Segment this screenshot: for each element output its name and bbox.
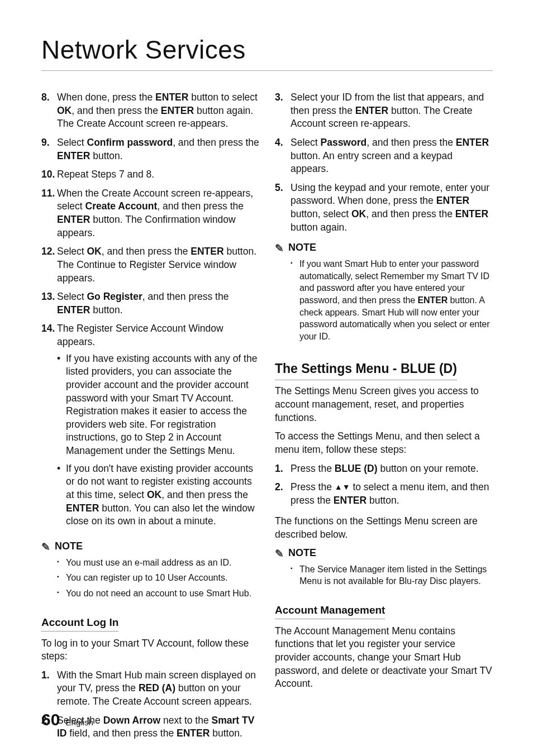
list-item: 8. When done, press the ENTER button to …: [41, 91, 259, 131]
pencil-icon: ✎: [275, 548, 284, 559]
item-number: 13.: [41, 290, 57, 317]
item-number: 11.: [41, 187, 57, 240]
list-item: 4. Select Password, and then press the E…: [275, 136, 493, 176]
note-item: The Service Manager item listed in the S…: [291, 563, 493, 587]
bullet-item: If you don't have existing provider acco…: [57, 462, 259, 528]
item-text: The Register Service Account Window appe…: [57, 322, 259, 532]
item-number: 2.: [275, 481, 291, 507]
sub-bullets: If you have existing accounts with any o…: [57, 352, 259, 528]
item-text: Press the BLUE (D) button on your remote…: [291, 462, 493, 476]
item-number: 9.: [41, 136, 57, 162]
list-item: 10. Repeat Steps 7 and 8.: [41, 168, 259, 181]
item-text: With the Smart Hub main screen displayed…: [57, 669, 259, 709]
subheading-account-login: Account Log In: [41, 616, 118, 631]
item-text: When the Create Account screen re-appear…: [57, 187, 259, 240]
note-item: You do not need an account to use Smart …: [57, 587, 259, 600]
subsection: Account Log In: [41, 609, 259, 637]
note-item: If you want Smart Hub to enter your pass…: [291, 258, 493, 342]
item-text: Select Password, and then press the ENTE…: [291, 136, 493, 176]
footer-language: English: [66, 717, 93, 727]
note-label: NOTE: [288, 547, 316, 559]
item-text: Select Confirm password, and then press …: [57, 136, 259, 162]
list-item: 14. The Register Service Account Window …: [41, 322, 259, 532]
left-ordered-list: 8. When done, press the ENTER button to …: [41, 91, 259, 533]
list-item: 13. Select Go Register, and then press t…: [41, 290, 259, 317]
paragraph: The Settings Menu Screen gives you acces…: [275, 385, 493, 424]
paragraph: The Account Management Menu contains fun…: [275, 625, 493, 691]
up-down-arrow-icon: ▲▼: [335, 482, 350, 491]
item-number: 10.: [41, 168, 57, 181]
paragraph: To access the Settings Menu, and then se…: [275, 430, 493, 456]
note-item: You must use an e-mail address as an ID.: [57, 557, 259, 569]
heading-settings-menu: The Settings Menu - BLUE (D): [275, 361, 457, 380]
pencil-icon: ✎: [41, 542, 50, 552]
note-header: ✎ NOTE: [41, 540, 259, 552]
item-text: Select Go Register, and then press the E…: [57, 290, 259, 317]
content-columns: 8. When done, press the ENTER button to …: [41, 91, 493, 748]
item-text: Using the keypad and your remote, enter …: [291, 181, 493, 235]
item-text: Select your ID from the list that appear…: [291, 91, 493, 131]
list-item: 3. Select your ID from the list that app…: [275, 91, 493, 131]
note-block: ✎ NOTE The Service Manager item listed i…: [275, 547, 493, 587]
bullet-item: If you have existing accounts with any o…: [57, 352, 259, 458]
paragraph: To log in to your Smart TV Account, foll…: [41, 637, 259, 663]
note-item: You can register up to 10 User Accounts.: [57, 572, 259, 584]
note-header: ✎ NOTE: [275, 242, 493, 253]
item-text: When done, press the ENTER button to sel…: [57, 91, 259, 131]
list-item: 5. Using the keypad and your remote, ent…: [275, 181, 493, 235]
item-number: 5.: [275, 181, 291, 235]
list-item: 2. Press the ▲▼ to select a menu item, a…: [275, 481, 493, 507]
item-text: Repeat Steps 7 and 8.: [57, 168, 259, 181]
item-number: 4.: [275, 136, 291, 176]
note-list: The Service Manager item listed in the S…: [275, 563, 493, 587]
item-text: Select OK, and then press the ENTER butt…: [57, 245, 259, 285]
list-item: 1. Press the BLUE (D) button on your rem…: [275, 462, 493, 476]
note-label: NOTE: [55, 540, 83, 552]
note-header: ✎ NOTE: [275, 547, 493, 559]
item-number: 1.: [41, 669, 57, 709]
list-item: 11. When the Create Account screen re-ap…: [41, 187, 259, 240]
right-column: 3. Select your ID from the list that app…: [275, 91, 493, 748]
left-column: 8. When done, press the ENTER button to …: [41, 91, 259, 748]
note-block: ✎ NOTE You must use an e-mail address as…: [41, 540, 259, 600]
item-number: 1.: [275, 462, 291, 476]
item-number: 14.: [41, 322, 57, 532]
page-number: 60: [41, 710, 60, 729]
subheading-account-management: Account Management: [275, 604, 385, 619]
item-text: Press the ▲▼ to select a menu item, and …: [291, 481, 493, 507]
login-steps: 1. With the Smart Hub main screen displa…: [41, 669, 259, 740]
pencil-icon: ✎: [275, 243, 284, 253]
section: The Settings Menu - BLUE (D): [275, 351, 493, 385]
list-item: 12. Select OK, and then press the ENTER …: [41, 245, 259, 285]
subsection: Account Management: [275, 596, 493, 625]
note-block: ✎ NOTE If you want Smart Hub to enter yo…: [275, 242, 493, 342]
page-footer: 60 English: [41, 710, 93, 729]
note-label: NOTE: [288, 242, 316, 253]
item-number: 12.: [41, 245, 57, 285]
note-list: If you want Smart Hub to enter your pass…: [275, 258, 493, 342]
right-ordered-list: 3. Select your ID from the list that app…: [275, 91, 493, 234]
paragraph: The functions on the Settings Menu scree…: [275, 515, 493, 541]
list-item: 1. With the Smart Hub main screen displa…: [41, 669, 259, 709]
note-list: You must use an e-mail address as an ID.…: [41, 557, 259, 600]
page-title: Network Services: [41, 35, 493, 71]
settings-steps: 1. Press the BLUE (D) button on your rem…: [275, 462, 493, 508]
item-number: 3.: [275, 91, 291, 131]
list-item: 9. Select Confirm password, and then pre…: [41, 136, 259, 162]
page: Network Services 8. When done, press the…: [0, 0, 533, 756]
item-number: 8.: [41, 91, 57, 131]
